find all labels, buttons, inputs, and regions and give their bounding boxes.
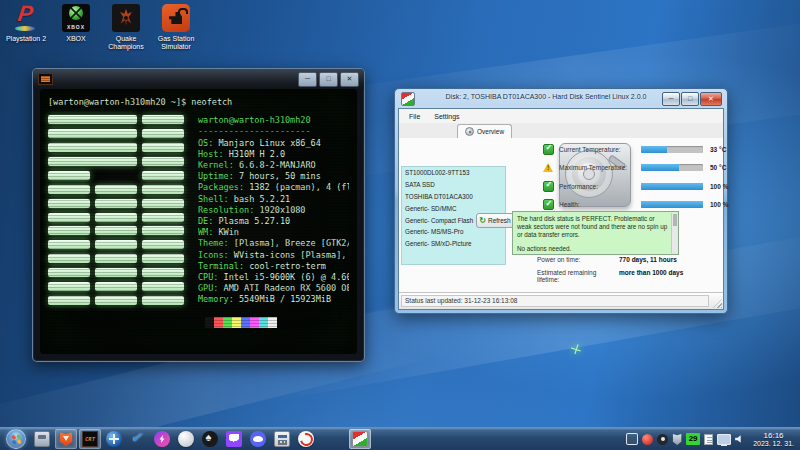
- palette-swatch: [250, 317, 259, 328]
- desktop-icon-xbox[interactable]: XBOXXBOX: [54, 4, 98, 52]
- manjaro-logo-bar: [142, 157, 184, 166]
- tray-red-app[interactable]: [642, 434, 653, 445]
- neofetch-value: 1382 (pacman), 4 (fl: [249, 182, 349, 192]
- tray-temp-badge[interactable]: 29: [686, 433, 700, 445]
- taskbar-hard-disk-sentinel[interactable]: [349, 429, 371, 449]
- taskbar-calculator[interactable]: [271, 429, 293, 449]
- terminal-color-palette: [205, 317, 277, 328]
- red-swirl-app-icon: [298, 431, 314, 447]
- manjaro-logo-bar: [142, 143, 184, 152]
- desktop-icon-gas[interactable]: Gas Station Simulator: [154, 4, 198, 52]
- metric-bar-fill: [641, 146, 667, 153]
- tray-display[interactable]: [717, 434, 731, 445]
- windows-flag-icon: [12, 435, 22, 445]
- neofetch-label: WM:: [198, 227, 218, 237]
- manjaro-logo-bar: [48, 129, 137, 138]
- taskbar-messenger[interactable]: [151, 429, 173, 449]
- xbox-art-text: XBOX: [62, 24, 90, 30]
- neofetch-info-line: Icons: WVista-icons [Plasma],: [198, 250, 349, 261]
- menu-file[interactable]: File: [404, 112, 425, 121]
- taskbar-discord[interactable]: [247, 429, 269, 449]
- terminal-titlebar[interactable]: ─ □ ✕: [33, 69, 364, 89]
- hds-close-button[interactable]: ✕: [700, 92, 722, 106]
- disk-status-line1: The hard disk status is PERFECT. Problem…: [517, 215, 669, 240]
- hds-statusbar: Status last updated: 31-12-23 16:13:08: [399, 292, 723, 309]
- status-scrollbar-thumb[interactable]: [673, 214, 677, 226]
- disk-list-item[interactable]: ST1000DL002-9TT153: [402, 167, 505, 179]
- hds-tab-bar: Overview: [399, 123, 723, 139]
- warning-icon: [543, 162, 554, 173]
- neofetch-value: Intel i5-9600K (6) @ 4.60: [224, 272, 349, 282]
- terminal-minimize-button[interactable]: ─: [298, 72, 317, 87]
- hds-client-area: File Settings Overview ST1000DL002-9TT15…: [398, 108, 724, 310]
- neofetch-value: 5549MiB / 15923MiB: [239, 294, 331, 304]
- manjaro-logo-bar: [48, 171, 90, 180]
- manjaro-logo-bar: [142, 171, 184, 180]
- manjaro-logo-bar: [95, 213, 137, 222]
- tray-dark-app[interactable]: [657, 434, 668, 445]
- neofetch-info-line: Uptime: 7 hours, 50 mins: [198, 171, 349, 182]
- taskbar-white-ball-app[interactable]: [175, 429, 197, 449]
- taskbar-file-explorer[interactable]: [31, 429, 53, 449]
- taskbar-checkmark-app[interactable]: [127, 429, 149, 449]
- neofetch-value: 7 hours, 50 mins: [239, 171, 321, 181]
- manjaro-logo-bar: [95, 296, 137, 305]
- metric-label: Current Temperature:: [559, 146, 639, 153]
- tray-shield-app[interactable]: [672, 433, 682, 445]
- taskbar-cool-retro-term[interactable]: CRT: [79, 429, 101, 449]
- metric-bar-fill: [641, 201, 703, 208]
- twitch-icon: [226, 431, 242, 447]
- neofetch-label: Resolution:: [198, 205, 259, 215]
- terminal-maximize-button[interactable]: □: [319, 72, 338, 87]
- manjaro-logo-bar: [95, 282, 137, 291]
- metric-label: Maximum Temperature:: [559, 164, 639, 171]
- desktop-icon-ps2[interactable]: PPlaystation 2: [4, 4, 48, 52]
- manjaro-logo-bar: [142, 296, 184, 305]
- taskbar-apps: CRT: [31, 429, 371, 449]
- manjaro-logo-bar: [48, 268, 90, 277]
- disk-list-item[interactable]: TOSHIBA DT01ACA300: [402, 191, 505, 203]
- neofetch-info-line: Host: H310M H 2.0: [198, 149, 349, 160]
- power-on-time-value: 770 days, 11 hours: [619, 256, 677, 263]
- neofetch-info-line: GPU: AMD ATI Radeon RX 5600 OE: [198, 283, 349, 294]
- taskbar-spade-app[interactable]: [199, 429, 221, 449]
- ps2-art-text: P: [16, 1, 34, 27]
- hds-minimize-button[interactable]: ─: [662, 92, 680, 106]
- neofetch-label: Memory:: [198, 294, 239, 304]
- tab-overview[interactable]: Overview: [457, 124, 512, 138]
- manjaro-logo-bar: [48, 157, 137, 166]
- menu-settings[interactable]: Settings: [429, 112, 464, 121]
- start-button[interactable]: [6, 429, 26, 449]
- metric-bar: [641, 183, 703, 190]
- white-ball-app-icon: [178, 431, 194, 447]
- disk-list-item[interactable]: SATA SSD: [402, 179, 505, 191]
- neofetch-value: 6.6.8-2-MANJARO: [239, 160, 316, 170]
- tray-expand-button[interactable]: [626, 433, 638, 445]
- tray-notes-app[interactable]: [704, 434, 713, 445]
- terminal-screen: [warton@warton-h310mh20 ~]$ neofetch war…: [40, 89, 357, 354]
- refresh-button[interactable]: ↻ Refresh: [476, 213, 514, 228]
- manjaro-logo-bar: [142, 254, 184, 263]
- terminal-close-button[interactable]: ✕: [340, 72, 359, 87]
- metric-value: 33 °C: [705, 146, 726, 153]
- taskbar-blue-compass-app[interactable]: [103, 429, 125, 449]
- power-on-time-label: Power on time:: [537, 256, 619, 263]
- manjaro-logo-bar: [48, 254, 90, 263]
- taskbar-twitch[interactable]: [223, 429, 245, 449]
- desktop-icon-quake[interactable]: Quake Champions: [104, 4, 148, 52]
- status-scrollbar[interactable]: [671, 213, 677, 253]
- metric-label: Health:: [559, 201, 639, 208]
- clock-date: 2023. 12. 31.: [753, 440, 794, 448]
- tray-volume[interactable]: [735, 434, 745, 444]
- taskbar-brave-browser[interactable]: [55, 429, 77, 449]
- disk-list-item[interactable]: Generic- SM/xD-Picture: [402, 238, 505, 250]
- hds-maximize-button[interactable]: □: [681, 92, 699, 106]
- desktop-icon-label: Playstation 2: [6, 35, 46, 43]
- desktop-icon-area: PPlaystation 2XBOXXBOXQuake ChampionsGas…: [4, 4, 198, 52]
- taskbar-clock[interactable]: 16:16 2023. 12. 31.: [749, 431, 800, 448]
- manjaro-logo-bar: [142, 199, 184, 208]
- crt-app-icon: [38, 73, 53, 85]
- neofetch-info: warton@warton-h310mh20 -----------------…: [198, 115, 349, 310]
- taskbar-red-swirl-app[interactable]: [295, 429, 317, 449]
- status-last-updated: Status last updated: 31-12-23 16:13:08: [401, 295, 709, 307]
